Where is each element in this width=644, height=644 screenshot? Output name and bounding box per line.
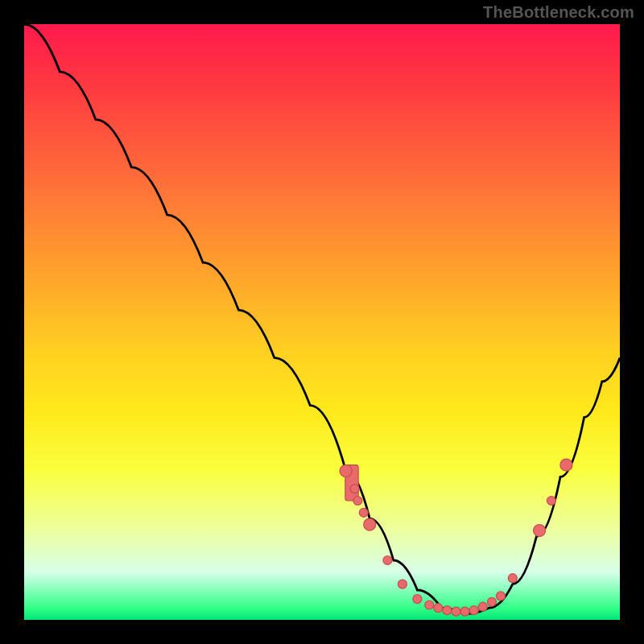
bottleneck-curve	[24, 24, 620, 620]
data-marker	[383, 556, 392, 565]
data-marker	[398, 580, 407, 588]
data-marker	[560, 459, 572, 471]
data-marker	[434, 604, 443, 613]
data-marker	[508, 574, 517, 583]
data-marker	[353, 497, 362, 506]
data-marker	[487, 597, 496, 606]
data-marker	[359, 508, 368, 517]
data-marker	[443, 606, 452, 615]
data-marker	[340, 465, 352, 477]
data-marker	[350, 485, 359, 493]
data-marker	[425, 601, 434, 609]
watermark-text: TheBottleneck.com	[483, 3, 634, 22]
data-marker	[469, 606, 478, 615]
data-marker	[497, 592, 506, 601]
data-marker	[534, 525, 546, 537]
plot-area	[24, 24, 620, 620]
data-marker	[413, 595, 422, 604]
curve-line	[24, 24, 620, 614]
data-marker	[460, 607, 469, 616]
data-marker	[478, 602, 487, 611]
chart-stage: TheBottleneck.com	[0, 0, 644, 644]
data-marker	[364, 518, 376, 530]
data-marker	[452, 607, 460, 616]
data-marker	[547, 497, 555, 506]
